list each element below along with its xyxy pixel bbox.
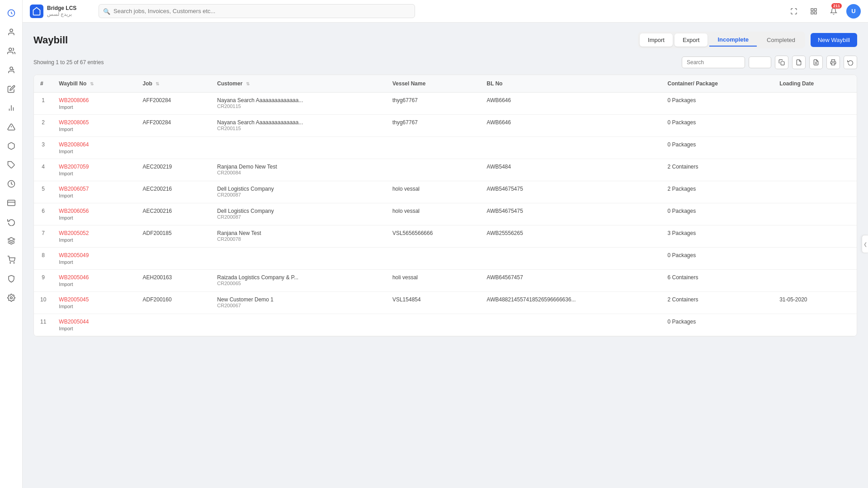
cell-num: 7: [34, 225, 52, 248]
cell-container: 2 Containers: [661, 159, 773, 181]
waybill-link[interactable]: WB2008064: [59, 141, 130, 148]
sidebar-item-cube[interactable]: [3, 232, 20, 249]
svg-rect-25: [832, 63, 835, 65]
waybill-link[interactable]: WB2005049: [59, 252, 130, 258]
sidebar-item-tag[interactable]: [3, 156, 20, 174]
table-row[interactable]: 6 WB2006056 Import AEC200216 Dell Logist…: [34, 203, 857, 225]
table-row[interactable]: 2 WB2008065 Import AFF200284 Nayana Sear…: [34, 115, 857, 137]
col-header-customer[interactable]: Customer ⇅: [211, 75, 386, 93]
waybill-table-wrapper: # Waybill No ⇅ Job ⇅ Customer ⇅ Vessel N…: [33, 75, 857, 337]
sidebar-item-home[interactable]: [3, 5, 20, 22]
customer-name: Raizada Logistics Company & P...: [217, 274, 380, 281]
waybill-link[interactable]: WB2005045: [59, 296, 130, 303]
sidebar-item-edit[interactable]: [3, 80, 20, 98]
cell-num: 11: [34, 314, 52, 336]
customer-name: New Customer Demo 1: [217, 296, 380, 303]
fullscreen-icon[interactable]: [787, 4, 801, 19]
cell-waybill: WB2008064 Import: [52, 137, 136, 159]
table-search-input[interactable]: [682, 56, 745, 68]
refresh-button[interactable]: [844, 56, 857, 69]
grid-icon[interactable]: [807, 4, 821, 19]
tab-incomplete[interactable]: Incomplete: [709, 33, 757, 47]
svg-rect-12: [7, 200, 15, 206]
waybill-link[interactable]: WB2006057: [59, 186, 130, 192]
table-row[interactable]: 1 WB2008066 Import AFF200284 Nayana Sear…: [34, 93, 857, 115]
table-row[interactable]: 8 WB2005049 Import 0 Packages: [34, 248, 857, 270]
tab-export[interactable]: Export: [675, 33, 708, 47]
sidebar-item-refresh[interactable]: [3, 213, 20, 230]
col-header-job[interactable]: Job ⇅: [137, 75, 211, 93]
waybill-table: # Waybill No ⇅ Job ⇅ Customer ⇅ Vessel N…: [34, 75, 857, 336]
print-button[interactable]: [826, 56, 840, 69]
table-row[interactable]: 3 WB2008064 Import 0 Packages: [34, 137, 857, 159]
showing-text: Showing 1 to 25 of 67 entries: [33, 59, 104, 66]
sidebar-item-chart[interactable]: [3, 99, 20, 117]
cell-vessel: thyg67767: [386, 93, 481, 115]
sidebar-item-settings[interactable]: [3, 289, 20, 306]
cell-vessel: holo vessal: [386, 203, 481, 225]
cell-container: 2 Packages: [661, 181, 773, 203]
waybill-link[interactable]: WB2008065: [59, 119, 130, 126]
waybill-link[interactable]: WB2005046: [59, 274, 130, 281]
svg-point-3: [10, 67, 13, 70]
excel-button[interactable]: [809, 56, 823, 69]
table-row[interactable]: 4 WB2007059 Import AEC200219 Ranjana Dem…: [34, 159, 857, 181]
row-type: Import: [59, 149, 130, 154]
csv-button[interactable]: [792, 56, 806, 69]
cell-container: 3 Packages: [661, 225, 773, 248]
sidebar-item-contact[interactable]: [3, 61, 20, 79]
customer-code: CR200087: [217, 214, 380, 220]
row-type: Import: [59, 104, 130, 110]
avatar[interactable]: U: [846, 4, 861, 19]
sidebar-item-users[interactable]: [3, 42, 20, 60]
page-size-input[interactable]: 25: [749, 56, 771, 68]
table-row[interactable]: 10 WB2005045 Import ADF200160 New Custom…: [34, 292, 857, 314]
waybill-link[interactable]: WB2006056: [59, 208, 130, 214]
waybill-link[interactable]: WB2005052: [59, 230, 130, 236]
sidebar-item-clock[interactable]: [3, 175, 20, 192]
col-header-waybill[interactable]: Waybill No ⇅: [52, 75, 136, 93]
table-row[interactable]: 7 WB2005052 Import ADF200185 Ranjana New…: [34, 225, 857, 248]
table-row[interactable]: 11 WB2005044 Import 0 Packages: [34, 314, 857, 336]
customer-code: CR200087: [217, 192, 380, 197]
tab-import[interactable]: Import: [640, 33, 673, 47]
col-header-num: #: [34, 75, 52, 93]
navbar: Bridge LCS بريدج لسس 🔍 211 U: [23, 0, 868, 23]
sidebar-item-box[interactable]: [3, 137, 20, 155]
copy-button[interactable]: [775, 56, 788, 69]
cell-vessel: [386, 314, 481, 336]
customer-name: Nayana Search Aaaaaaaaaaaaaa...: [217, 97, 380, 103]
cell-customer: Nayana Search Aaaaaaaaaaaaaa... CR200115: [211, 115, 386, 137]
global-search-input[interactable]: [99, 4, 415, 18]
cell-job: ADF200160: [137, 292, 211, 314]
cell-waybill: WB2005044 Import: [52, 314, 136, 336]
cell-num: 5: [34, 181, 52, 203]
table-row[interactable]: 5 WB2006057 Import AEC200216 Dell Logist…: [34, 181, 857, 203]
right-edge-tab[interactable]: ❮: [862, 235, 868, 253]
global-search-bar: 🔍: [99, 4, 415, 18]
sidebar-item-cart[interactable]: [3, 251, 20, 268]
cell-customer: [211, 137, 386, 159]
content-area: Waybill Import Export Incomplete Complet…: [23, 23, 868, 488]
cell-container: 0 Packages: [661, 314, 773, 336]
notification-button[interactable]: 211: [826, 4, 841, 19]
cell-bl: AWB25556265: [481, 225, 661, 248]
waybill-link[interactable]: WB2007059: [59, 164, 130, 170]
table-row[interactable]: 9 WB2005046 Import AEH200163 Raizada Log…: [34, 270, 857, 292]
cell-vessel: [386, 248, 481, 270]
table-controls: Showing 1 to 25 of 67 entries 25: [33, 56, 857, 69]
sidebar-item-shield[interactable]: [3, 270, 20, 287]
col-header-container: Container/ Package: [661, 75, 773, 93]
sidebar-item-alert[interactable]: [3, 118, 20, 136]
logo-area: Bridge LCS بريدج لسس: [30, 5, 93, 18]
tab-completed[interactable]: Completed: [759, 33, 803, 47]
waybill-link[interactable]: WB2008066: [59, 97, 130, 103]
sidebar-item-card[interactable]: [3, 194, 20, 211]
cell-waybill: WB2005045 Import: [52, 292, 136, 314]
customer-code: CR200115: [217, 126, 380, 131]
cell-loading-date: [773, 93, 857, 115]
customer-name: Ranjana Demo New Test: [217, 164, 380, 170]
waybill-link[interactable]: WB2005044: [59, 319, 130, 325]
new-waybill-button[interactable]: New Waybill: [811, 33, 857, 47]
sidebar-item-user[interactable]: [3, 23, 20, 41]
